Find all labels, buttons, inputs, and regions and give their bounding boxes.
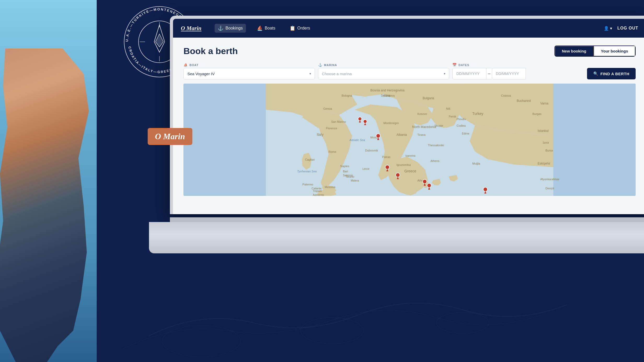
start-date-input[interactable]: DD/MM/YYYY: [452, 68, 486, 79]
boats-icon: ⛵: [257, 25, 263, 31]
svg-text:Trapani: Trapani: [313, 190, 322, 192]
svg-text:Taranto: Taranto: [346, 175, 354, 178]
svg-text:Varna: Varna: [540, 102, 548, 105]
svg-point-82: [427, 183, 431, 188]
svg-text:Muğla: Muğla: [472, 162, 480, 165]
svg-point-74: [376, 134, 380, 138]
dates-label-icon: 📅: [452, 63, 457, 67]
svg-text:Rome: Rome: [329, 150, 336, 153]
boat-select[interactable]: Sea Voyager IV ▾: [183, 68, 315, 79]
svg-text:Bucharest: Bucharest: [517, 99, 531, 103]
user-menu[interactable]: 👤 ▾: [604, 26, 612, 31]
svg-text:Denizli: Denizli: [545, 187, 554, 190]
laptop-screen-inner: O Marin ⚓ Bookings ⛵ Boats 📋 Orders: [173, 19, 644, 214]
end-date-input[interactable]: DD/MM/YYYY: [492, 68, 526, 79]
boat-label-icon: ⛵: [183, 63, 188, 67]
svg-text:Codlea: Codlea: [457, 124, 466, 127]
svg-text:Florence: Florence: [326, 127, 337, 130]
svg-point-76: [385, 165, 389, 169]
nav-bookings[interactable]: ⚓ Bookings: [215, 24, 246, 33]
svg-text:Tyrrhenian Sea: Tyrrhenian Sea: [297, 170, 317, 173]
search-icon: 🔍: [593, 71, 599, 76]
svg-text:İstanbul: İstanbul: [538, 129, 549, 133]
boat-value: Sea Voyager IV: [187, 72, 215, 76]
view-tabs: New booking Your bookings: [554, 45, 636, 57]
tab-new-booking[interactable]: New booking: [555, 46, 594, 56]
marina-chevron-icon: ▾: [444, 72, 445, 75]
svg-text:İzmir: İzmir: [543, 141, 549, 144]
svg-text:Patras: Patras: [382, 155, 390, 159]
svg-text:Sarajevo: Sarajevo: [383, 94, 395, 97]
tab-your-bookings[interactable]: Your bookings: [594, 46, 635, 56]
nav-orders[interactable]: 📋 Orders: [286, 24, 313, 33]
nav-boats-label: Boats: [265, 26, 275, 31]
svg-point-80: [423, 179, 427, 184]
marina-placeholder: Choose a marina: [322, 72, 352, 76]
svg-text:Dubrovnik: Dubrovnik: [365, 149, 378, 152]
photo-panel: [0, 0, 97, 362]
svg-text:Adriatic Sea: Adriatic Sea: [349, 138, 365, 142]
app-content: Book a berth New booking Your bookings ⛵: [173, 38, 644, 214]
svg-point-84: [483, 187, 487, 191]
nav-bookings-label: Bookings: [226, 26, 243, 31]
dates-separator: –: [486, 68, 492, 79]
svg-text:Afyonkarahisar: Afyonkarahisar: [540, 178, 560, 181]
svg-marker-8: [156, 34, 163, 47]
find-berth-button[interactable]: 🔍 FIND A BERTH: [587, 68, 636, 79]
svg-text:Italy: Italy: [317, 132, 324, 137]
page-title: Book a berth: [183, 46, 238, 56]
svg-text:Craiova: Craiova: [501, 94, 511, 97]
svg-text:Tirana: Tirana: [417, 133, 426, 136]
omarin-card-label: O Marin: [155, 132, 185, 141]
svg-text:Messina: Messina: [325, 185, 336, 189]
svg-text:San Marino: San Marino: [331, 120, 346, 123]
orders-icon: 📋: [290, 25, 295, 31]
find-button-label: FIND A BERTH: [600, 72, 629, 76]
svg-text:Cagliari: Cagliari: [305, 158, 315, 161]
laptop-screen-outer: O Marin ⚓ Bookings ⛵ Boats 📋 Orders: [170, 16, 644, 214]
svg-text:Thessaloniki: Thessaloniki: [428, 144, 444, 147]
dates-field-group: 📅 DATES DD/MM/YYYY – DD/MM/YYYY: [452, 63, 584, 79]
svg-text:Matera: Matera: [351, 179, 359, 182]
omarin-brand-card: O Marin: [148, 128, 192, 145]
marina-select[interactable]: Choose a marina ▾: [318, 68, 450, 79]
nav-right-section: 👤 ▾ LOG OUT: [604, 26, 638, 31]
svg-point-72: [363, 120, 367, 123]
svg-text:Bulgaria: Bulgaria: [423, 96, 434, 100]
svg-text:Eskişehir: Eskişehir: [538, 162, 550, 165]
nav-boats[interactable]: ⛵ Boats: [254, 24, 279, 33]
svg-point-70: [358, 117, 362, 121]
laptop-base: [149, 222, 644, 253]
svg-text:Bosnia and Herzegovina: Bosnia and Herzegovina: [370, 89, 405, 92]
laptop: O Marin ⚓ Bookings ⛵ Boats 📋 Orders: [170, 16, 644, 362]
svg-text:Skopje: Skopje: [434, 124, 443, 127]
boat-field-group: ⛵ BOAT Sea Voyager IV ▾: [183, 63, 315, 79]
svg-text:Turkey: Turkey: [472, 112, 483, 116]
app-navigation: O Marin ⚓ Bookings ⛵ Boats 📋 Orders: [173, 19, 644, 38]
svg-text:Albania: Albania: [396, 133, 407, 137]
map-svg: Tyrrhenian Sea Adriatic Sea Italy Albani…: [183, 84, 636, 196]
boat-chevron-icon: ▾: [309, 72, 311, 75]
bookings-icon: ⚓: [218, 25, 223, 31]
svg-text:CROATIA—ITALY—GREECE: CROATIA—ITALY—GREECE: [128, 46, 176, 74]
laptop-hinge: [170, 217, 644, 223]
user-icon: 👤 ▾: [604, 26, 612, 31]
marina-field-group: ⚓ MARINA Choose a marina ▾: [318, 63, 450, 79]
svg-text:Greece: Greece: [404, 169, 416, 173]
svg-text:Bursa: Bursa: [545, 149, 553, 152]
svg-text:Ioannina: Ioannina: [405, 154, 416, 157]
app-logo: O Marin: [181, 25, 202, 32]
svg-text:Bologna: Bologna: [342, 94, 352, 97]
boat-label: ⛵ BOAT: [183, 63, 315, 67]
svg-point-78: [396, 173, 400, 177]
svg-text:North Macedonia: North Macedonia: [412, 125, 436, 129]
svg-text:Pernik: Pernik: [449, 115, 456, 118]
svg-text:Athens: Athens: [430, 159, 440, 162]
logout-button[interactable]: LOG OUT: [617, 26, 638, 31]
search-bar: ⛵ BOAT Sea Voyager IV ▾ ⚓: [183, 63, 636, 79]
map-container[interactable]: Tyrrhenian Sea Adriatic Sea Italy Albani…: [183, 84, 636, 196]
marina-label: ⚓ MARINA: [318, 63, 450, 67]
end-date-placeholder: DD/MM/YYYY: [496, 72, 519, 76]
start-date-placeholder: DD/MM/YYYY: [456, 72, 480, 76]
dates-group: DD/MM/YYYY – DD/MM/YYYY: [452, 68, 584, 79]
